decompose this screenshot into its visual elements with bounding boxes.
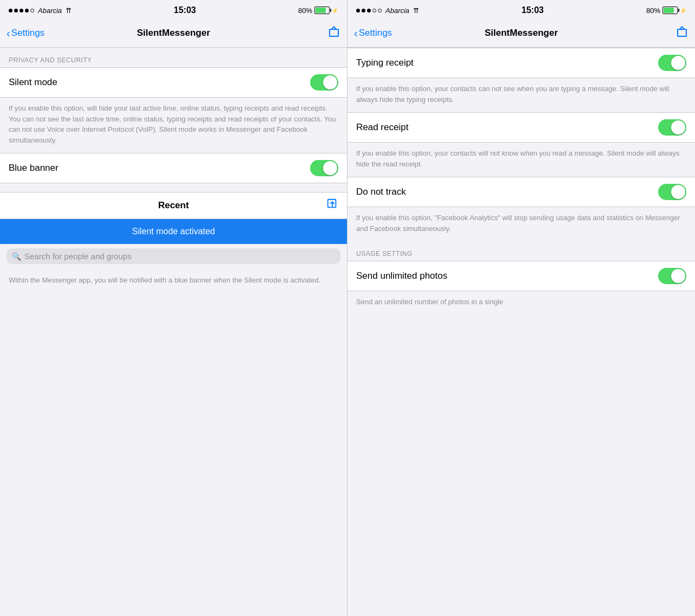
do-not-track-row: Do not track (347, 177, 695, 207)
active-message: Silent mode activated (0, 219, 347, 244)
back-button-right[interactable]: ‹ Settings (354, 28, 392, 39)
toggle-knob-2 (323, 161, 337, 175)
dot-5 (30, 9, 34, 12)
blue-banner-group: Blue banner (0, 153, 347, 183)
read-receipt-description-block: If you enable this option, your contacts… (347, 143, 695, 177)
search-icon: 🔍 (12, 252, 21, 261)
nav-title-left: SilentMessenger (137, 28, 210, 39)
wifi-icon-left: ⇈ (66, 7, 72, 15)
silent-mode-description-block: If you enable this option, will hide you… (0, 98, 347, 153)
typing-receipt-group: Typing receipt (347, 48, 695, 78)
status-left-r: Abarcia ⇈ (356, 7, 419, 15)
read-receipt-group: Read receipt (347, 112, 695, 143)
share-button-right[interactable] (675, 25, 688, 41)
toggle-knob-sup (671, 269, 685, 283)
send-unlimited-row: Send unlimited photos (347, 261, 695, 291)
back-label-right: Settings (359, 28, 392, 39)
search-bar-wrap: 🔍 Search for people and groups (0, 244, 347, 268)
privacy-section-header: PRIVACY AND SECURITY (0, 48, 347, 67)
rdot-3 (367, 9, 371, 12)
blue-banner-row: Blue banner (0, 153, 347, 183)
do-not-track-description-block: If you enable this option, "Facebook Ana… (347, 207, 695, 241)
battery-fill-left (316, 8, 326, 13)
do-not-track-description: If you enable this option, "Facebook Ana… (356, 213, 686, 234)
typing-receipt-label: Typing receipt (356, 57, 658, 68)
send-unlimited-label: Send unlimited photos (356, 271, 658, 281)
status-bar-right: Abarcia ⇈ 15:03 80% ⚡ (347, 0, 695, 20)
send-unlimited-toggle[interactable] (658, 268, 686, 284)
search-bar[interactable]: 🔍 Search for people and groups (7, 248, 340, 264)
read-receipt-toggle[interactable] (658, 119, 686, 136)
dot-1 (9, 9, 12, 12)
time-left: 15:03 (174, 5, 196, 15)
chevron-left-icon-r: ‹ (354, 28, 358, 39)
wifi-icon-right: ⇈ (413, 7, 419, 15)
nav-title-right: SilentMessenger (485, 28, 558, 39)
typing-receipt-description-block: If you enable this option, your contacts… (347, 78, 695, 112)
rdot-5 (378, 9, 382, 12)
status-right-left: 80% ⚡ (298, 7, 338, 15)
battery-fill-right (664, 8, 674, 13)
dot-2 (14, 9, 18, 12)
rdot-4 (372, 9, 376, 12)
toggle-knob-tr (671, 56, 685, 70)
toggle-knob (323, 75, 337, 89)
search-placeholder: Search for people and groups (24, 252, 132, 261)
send-unlimited-group: Send unlimited photos (347, 261, 695, 291)
nav-bar-inner-left: ‹ Settings SilentMessenger (7, 25, 340, 41)
nav-bar-left: ‹ Settings SilentMessenger (0, 20, 347, 48)
carrier-right: Abarcia (385, 7, 409, 15)
usage-section-header: USAGE SETTING (347, 241, 695, 261)
rdot-2 (362, 9, 365, 12)
battery-left (314, 7, 330, 14)
battery-pct-left: 80% (298, 7, 312, 15)
svg-rect-0 (330, 29, 338, 36)
silent-mode-description: If you enable this option, will hide you… (9, 103, 338, 145)
left-panel: Abarcia ⇈ 15:03 80% ⚡ ‹ Settings SilentM… (0, 0, 347, 616)
send-unlimited-description-block: Send an unlimited number of photos in a … (347, 291, 695, 315)
send-unlimited-description: Send an unlimited number of photos in a … (356, 297, 686, 307)
bolt-left: ⚡ (332, 8, 338, 14)
status-right-r: 80% ⚡ (646, 7, 686, 15)
edit-icon[interactable] (326, 198, 338, 213)
back-label-left: Settings (11, 28, 44, 39)
read-receipt-label: Read receipt (356, 122, 658, 133)
typing-receipt-toggle[interactable] (658, 55, 686, 71)
silent-mode-row: Silent mode (0, 68, 347, 97)
nav-bar-inner-right: ‹ Settings SilentMessenger (354, 25, 688, 41)
chevron-left-icon: ‹ (7, 28, 10, 39)
typing-receipt-description: If you enable this option, your contacts… (356, 84, 686, 105)
battery-pct-right: 80% (646, 7, 660, 15)
bolt-right: ⚡ (680, 8, 686, 14)
blue-banner-description: Within the Messenger app, you will be no… (9, 275, 338, 286)
svg-rect-3 (678, 29, 686, 36)
blue-banner-label: Blue banner (9, 163, 310, 174)
toggle-knob-dnt (671, 185, 685, 199)
typing-receipt-row: Typing receipt (347, 48, 695, 78)
do-not-track-group: Do not track (347, 177, 695, 207)
blue-banner-toggle[interactable] (310, 160, 338, 176)
battery-right (662, 7, 678, 14)
back-button-left[interactable]: ‹ Settings (7, 28, 44, 39)
status-bar-left: Abarcia ⇈ 15:03 80% ⚡ (0, 0, 347, 20)
recent-title: Recent (158, 200, 189, 211)
status-left: Abarcia ⇈ (9, 7, 72, 15)
carrier-left: Abarcia (38, 7, 62, 15)
read-receipt-row: Read receipt (347, 113, 695, 142)
share-button-left[interactable] (327, 25, 340, 41)
dot-4 (25, 9, 29, 12)
do-not-track-toggle[interactable] (658, 184, 686, 200)
nav-bar-right: ‹ Settings SilentMessenger (347, 20, 695, 48)
dot-3 (20, 9, 23, 12)
time-right: 15:03 (522, 5, 544, 15)
do-not-track-label: Do not track (356, 187, 658, 197)
recent-row: Recent (0, 192, 347, 219)
signal-dots-r (356, 9, 382, 12)
silent-mode-toggle[interactable] (310, 74, 338, 91)
signal-dots (9, 9, 34, 12)
silent-mode-group: Silent mode (0, 67, 347, 98)
toggle-knob-rr (671, 120, 685, 134)
read-receipt-description: If you enable this option, your contacts… (356, 148, 686, 169)
rdot-1 (356, 9, 360, 12)
right-panel: Abarcia ⇈ 15:03 80% ⚡ ‹ Settings SilentM… (347, 0, 695, 616)
